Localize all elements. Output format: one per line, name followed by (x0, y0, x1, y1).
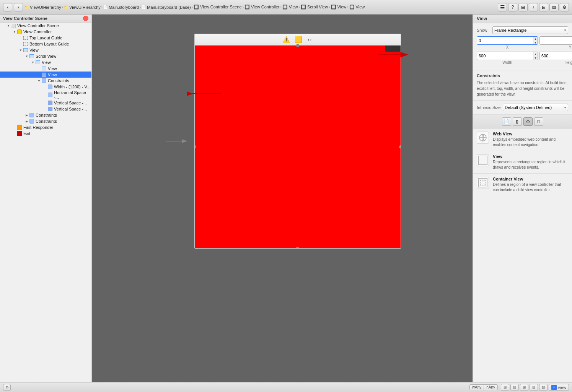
library-tab-code[interactable]: {} (513, 117, 522, 126)
library-tab-file[interactable]: 📄 (502, 117, 511, 126)
breadcrumb-item-3[interactable]: 📄 Main.storyboard (Base) (142, 5, 191, 10)
breadcrumb-item-7[interactable]: 🔲 Scroll View (301, 5, 328, 10)
inspector-toggle[interactable]: ⊞ (518, 3, 528, 11)
align-button-3[interactable]: ⊞ (520, 384, 528, 391)
tree-triangle[interactable] (6, 23, 11, 28)
red-view[interactable] (195, 46, 401, 248)
x-input[interactable] (477, 37, 533, 44)
width-stepper-up[interactable]: ▲ (533, 52, 538, 56)
x-input-wrapper[interactable]: ▲ ▼ (477, 36, 538, 45)
sidebar-item-view-inner1[interactable]: View (0, 65, 91, 72)
device-content (195, 46, 401, 248)
scene-icon: ⬜ (11, 23, 16, 28)
right-panel-toggle[interactable]: ⊟ (539, 3, 548, 11)
sidebar-item-horiz-space[interactable]: Horizontal Space -... (0, 90, 91, 100)
tree-triangle-vc[interactable] (12, 29, 17, 34)
show-select[interactable]: Frame Rectangle Bounds Rectangle (492, 26, 568, 34)
size-handle-top[interactable] (296, 44, 299, 47)
status-settings-button[interactable]: ⚙ (3, 384, 11, 391)
sidebar-item-vert-space-1[interactable]: Vertical Space -... (0, 100, 91, 106)
height-input-wrapper[interactable]: ▲ ▼ (539, 52, 572, 60)
intrinsic-row: Intrinsic Size Default (System Defined) … (477, 104, 568, 111)
sidebar-item-view-child[interactable]: View (0, 59, 91, 65)
sidebar-item-width-constraint[interactable]: Width - (1200) - V... (0, 84, 91, 90)
sidebar-item-exit[interactable]: Exit (0, 130, 91, 137)
tree-triangle-constraints2[interactable] (24, 113, 29, 117)
library-tab-object[interactable]: ⊙ (523, 117, 533, 126)
x-stepper[interactable]: ▲ ▼ (533, 37, 538, 44)
tree-triangle-view-child[interactable] (31, 60, 35, 65)
sidebar-item-bottom-layout-guide[interactable]: Bottom Layout Guide (0, 41, 91, 47)
view-icon-child (35, 60, 41, 65)
size-handle-right[interactable] (399, 145, 401, 148)
container-view-desc: Defines a region of a view controller th… (493, 182, 568, 193)
width-input[interactable] (477, 52, 533, 60)
breadcrumb-item-4[interactable]: 🔲 View Controller Scene (194, 5, 242, 10)
x-stepper-down[interactable]: ▼ (533, 41, 538, 44)
width-input-wrapper[interactable]: ▲ ▼ (477, 52, 538, 60)
width-stepper[interactable]: ▲ ▼ (533, 52, 538, 60)
y-input[interactable] (540, 37, 572, 44)
width-stepper-down[interactable]: ▼ (533, 56, 538, 60)
height-input[interactable] (540, 52, 572, 60)
intrinsic-size-section: Intrinsic Size Default (System Defined) … (473, 101, 572, 115)
web-view-text: Web View Displays embedded web content a… (493, 132, 568, 148)
tree-triangle-constraints3[interactable] (24, 119, 29, 124)
help-button[interactable]: ? (508, 3, 517, 11)
view-icon-root (23, 47, 28, 53)
sidebar-item-constraints-1[interactable]: Constraints (0, 78, 91, 84)
size-class-selector[interactable]: wAny hAny (469, 384, 498, 390)
sidebar-item-constraints-3[interactable]: Constraints (0, 118, 91, 124)
tree-triangle-scroll[interactable] (24, 54, 29, 59)
sidebar-item-scroll-view[interactable]: Scroll View (0, 53, 91, 59)
library-item-view[interactable]: View Represents a rectangular region in … (473, 151, 572, 174)
resolve-button[interactable]: ⊡ (539, 384, 548, 391)
align-button-4[interactable]: ⊟ (530, 384, 538, 391)
view-tag-container[interactable]: v view (549, 384, 569, 391)
sidebar-item-first-responder[interactable]: First Responder (0, 124, 91, 130)
y-input-wrapper[interactable]: ▲ ▼ (539, 36, 572, 45)
sidebar-item-vc-scene[interactable]: ⬜ View Controller Scene (0, 23, 91, 29)
breadcrumb-item-5[interactable]: 🔲 View Controller (244, 5, 279, 10)
sidebar-item-view-controller[interactable]: View Controller (0, 29, 91, 35)
breadcrumb-item-9[interactable]: 🔲 View (349, 5, 365, 10)
library-item-web-view[interactable]: Web View Displays embedded web content a… (473, 128, 572, 151)
breadcrumb-item-8[interactable]: 🔲 View (331, 5, 347, 10)
hany-button[interactable]: hAny (484, 385, 497, 390)
nav-back-button[interactable]: ‹ (3, 3, 12, 11)
canvas-area[interactable]: ⚠️ 🟨 ↔️ (92, 15, 473, 382)
tree-triangle-constraints1[interactable] (37, 78, 41, 83)
constraints-section: Constraints The selected views have no c… (473, 70, 572, 101)
breadcrumb-item-0[interactable]: 📁 ViewUIHierarchy (24, 5, 61, 10)
guide-icon-2 (23, 41, 28, 47)
intrinsic-select-wrapper[interactable]: Default (System Defined) Placeholder (503, 104, 568, 111)
xy-row: ▲ ▼ X ▲ ▼ Y (477, 36, 568, 49)
show-select-wrapper[interactable]: Frame Rectangle Bounds Rectangle (492, 26, 568, 34)
tree-triangle-view-root[interactable] (18, 48, 23, 52)
breadcrumb-item-1[interactable]: 📁 ViewUIHierarchy (64, 5, 101, 10)
sidebar-item-view-selected[interactable]: View (0, 72, 91, 78)
align-button-2[interactable]: ⊟ (510, 384, 519, 391)
sidebar-item-vert-space-2[interactable]: Vertical Space -... (0, 106, 91, 112)
size-handle-bottom[interactable] (296, 247, 299, 249)
x-stepper-up[interactable]: ▲ (533, 37, 538, 41)
sidebar-item-constraints-2[interactable]: Constraints (0, 112, 91, 118)
wany-button[interactable]: wAny (470, 385, 484, 390)
library-item-container-view[interactable]: Container View Defines a region of a vie… (473, 174, 572, 196)
breadcrumb-item-6[interactable]: 🔲 View (282, 5, 298, 10)
split-view-toggle[interactable]: ⊠ (549, 3, 559, 11)
add-button[interactable]: + (529, 3, 538, 11)
nav-forward-button[interactable]: › (14, 3, 23, 11)
y-label: Y (569, 45, 572, 49)
library-tab-media[interactable]: □ (534, 117, 543, 126)
tree-triangle-exit (12, 131, 17, 136)
settings-button[interactable]: ⚙ (560, 3, 569, 11)
breadcrumb-item-2[interactable]: 📄 Main.storyboard (103, 5, 139, 10)
intrinsic-select[interactable]: Default (System Defined) Placeholder (503, 104, 568, 111)
sidebar-item-top-layout-guide[interactable]: Top Layout Guide (0, 35, 91, 41)
editor-toggle[interactable]: ☰ (498, 3, 507, 11)
web-view-desc: Displays embedded web content and enable… (493, 137, 568, 148)
align-button-1[interactable]: ⊞ (501, 384, 509, 391)
sidebar-close-button[interactable] (83, 16, 88, 21)
sidebar-item-view-root[interactable]: View (0, 47, 91, 53)
